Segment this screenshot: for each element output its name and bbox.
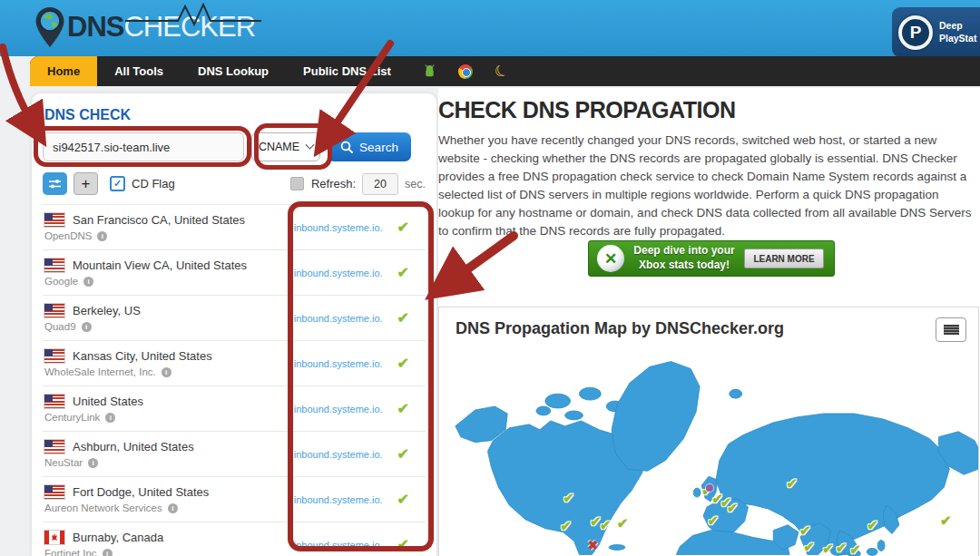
table-row: Ashburn, United StatesNeuStarinbound.sys… xyxy=(43,432,426,477)
ps-ad-line1: Deep xyxy=(939,20,976,33)
table-row: Fort Dodge, United StatesAureon Network … xyxy=(43,477,426,522)
panel-title: DNS CHECK xyxy=(44,107,426,123)
playstation-ad-banner[interactable]: P Deep PlayStat xyxy=(892,7,980,57)
intro-paragraph: Whether you have recently changed your D… xyxy=(438,132,975,240)
info-icon[interactable] xyxy=(83,277,93,287)
table-row: United StatesCenturyLinkinbound.systeme.… xyxy=(43,386,426,432)
us-flag-icon xyxy=(44,304,64,317)
info-icon[interactable] xyxy=(162,367,172,377)
server-provider: WholeSale Internet, Inc. xyxy=(44,366,156,377)
server-provider: Fortinet Inc xyxy=(44,548,97,556)
nav-tab-dns-lookup[interactable]: DNS Lookup xyxy=(181,56,286,86)
learn-more-button[interactable]: LEARN MORE xyxy=(744,249,824,268)
content-panel: CHECK DNS PROPAGATION Whether you have r… xyxy=(438,88,980,556)
server-location: Mountain View CA, United States xyxy=(73,258,247,272)
info-icon[interactable] xyxy=(88,458,98,468)
server-location: Berkeley, US xyxy=(73,304,141,317)
search-icon xyxy=(340,141,353,153)
server-location: United States xyxy=(73,395,143,408)
playstation-logo-icon: P xyxy=(898,15,933,50)
search-button-label: Search xyxy=(359,141,398,154)
table-row: San Francisco CA, United StatesOpenDNSin… xyxy=(43,205,426,250)
us-flag-icon xyxy=(44,349,64,363)
us-flag-icon xyxy=(44,485,64,499)
info-icon[interactable] xyxy=(103,549,113,556)
record-type-value: CNAME xyxy=(259,141,299,153)
result-link[interactable]: inbound.systeme.io. xyxy=(294,404,383,415)
result-link[interactable]: inbound.systeme.io. xyxy=(294,268,383,278)
table-row: Burnaby, CanadaFortinet Incinbound.syste… xyxy=(43,522,426,556)
server-provider: CenturyLink xyxy=(44,412,100,423)
result-link[interactable]: inbound.systeme.io. xyxy=(294,358,383,369)
add-server-button[interactable]: + xyxy=(74,172,98,195)
cd-flag-checkbox[interactable]: ✓ xyxy=(110,176,125,191)
chrome-icon[interactable] xyxy=(458,64,473,79)
logo-pin-globe-icon xyxy=(34,6,65,48)
check-icon: ✔ xyxy=(397,400,409,417)
result-link[interactable]: inbound.systeme.io. xyxy=(294,313,383,324)
world-map-svg xyxy=(439,353,978,556)
ca-flag-icon xyxy=(44,531,64,544)
cd-flag-label: CD Flag xyxy=(132,177,175,190)
page-title: CHECK DNS PROPAGATION xyxy=(438,97,980,123)
check-icon: ✔ xyxy=(397,491,409,508)
info-icon[interactable] xyxy=(97,231,107,241)
us-flag-icon xyxy=(44,440,64,454)
info-icon[interactable] xyxy=(168,503,178,513)
world-map[interactable]: ✔✔✔✔✔✖✔✔✔✔✔✔✔✔✔✔✔✔✔ xyxy=(439,353,978,556)
xbox-ad-line1: Deep dive into your xyxy=(633,244,734,257)
xbox-ad-banner[interactable]: ✕ Deep dive into your Xbox stats today! … xyxy=(588,240,835,277)
server-provider: NeuStar xyxy=(44,457,83,468)
options-sliders-button[interactable] xyxy=(43,172,67,195)
result-link[interactable]: inbound.systeme.io. xyxy=(294,540,383,551)
heartbeat-line-icon xyxy=(125,3,289,26)
nav-tab-all-tools[interactable]: All Tools xyxy=(97,56,181,86)
nav-tab-home[interactable]: Home xyxy=(30,56,97,86)
info-icon[interactable] xyxy=(82,322,92,332)
server-location: Burnaby, Canada xyxy=(73,531,163,544)
ps-ad-line2: PlayStat xyxy=(939,33,976,45)
result-link[interactable]: inbound.systeme.io. xyxy=(294,449,383,460)
check-icon: ✔ xyxy=(397,309,409,327)
map-menu-button[interactable] xyxy=(936,317,966,342)
us-flag-icon xyxy=(44,213,64,227)
dnschecker-logo[interactable]: DNSCHECKER xyxy=(34,6,255,48)
server-provider: Aureon Network Services xyxy=(44,502,162,513)
check-icon: ✔ xyxy=(397,355,409,372)
xbox-ad-line2: Xbox stats today! xyxy=(639,258,730,271)
info-icon[interactable] xyxy=(105,413,115,423)
logo-text-dns: DNS xyxy=(67,11,123,43)
check-icon: ✔ xyxy=(397,536,409,553)
android-icon[interactable] xyxy=(423,64,436,78)
server-location: Fort Dodge, United States xyxy=(73,485,209,499)
table-row: Berkeley, USQuad9inbound.systeme.io.✔ xyxy=(43,296,426,341)
hamburger-icon xyxy=(944,325,959,335)
check-icon: ✔ xyxy=(397,219,409,236)
chevron-down-icon xyxy=(306,140,315,149)
check-icon: ✔ xyxy=(397,445,409,463)
nav-tab-public-dns-list[interactable]: Public DNS List xyxy=(286,56,408,86)
refresh-interval-input[interactable] xyxy=(362,173,398,195)
server-location: Kansas City, United States xyxy=(73,349,212,363)
table-row: Kansas City, United StatesWholeSale Inte… xyxy=(43,341,426,386)
refresh-label: Refresh: xyxy=(311,177,356,190)
search-button[interactable]: Search xyxy=(328,132,411,161)
refresh-checkbox[interactable] xyxy=(290,177,304,190)
server-list: San Francisco CA, United StatesOpenDNSin… xyxy=(43,204,426,556)
result-link[interactable]: inbound.systeme.io. xyxy=(294,494,383,505)
xbox-logo-icon: ✕ xyxy=(597,245,624,272)
table-row: Mountain View CA, United StatesGoogleinb… xyxy=(43,250,426,296)
propagation-map-card: DNS Propagation Map by DNSChecker.org xyxy=(438,307,979,556)
dnschecker-page: DNSCHECKER P Deep PlayStat Home All Tool… xyxy=(0,0,980,556)
moon-icon[interactable]: ☾ xyxy=(492,62,511,82)
server-location: Ashburn, United States xyxy=(73,440,194,454)
check-icon: ✔ xyxy=(397,264,409,281)
annotation-arrow-to-input xyxy=(3,47,34,127)
server-location: San Francisco CA, United States xyxy=(73,213,245,227)
domain-input[interactable] xyxy=(43,132,244,161)
us-flag-icon xyxy=(44,395,64,408)
record-type-select[interactable]: CNAME xyxy=(251,132,320,161)
server-provider: OpenDNS xyxy=(44,230,92,241)
result-link[interactable]: inbound.systeme.io. xyxy=(294,222,383,233)
server-provider: Quad9 xyxy=(44,321,76,332)
